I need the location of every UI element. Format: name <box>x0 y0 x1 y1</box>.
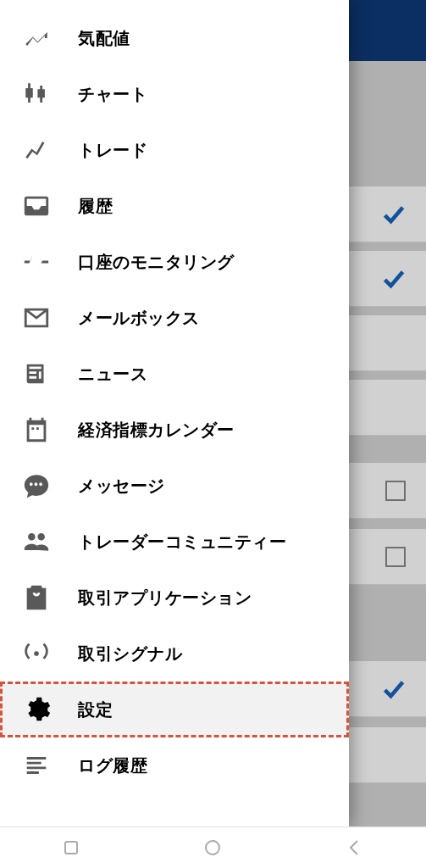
svg-rect-0 <box>65 842 77 854</box>
gear-icon <box>19 692 54 727</box>
inbox-icon <box>19 188 54 224</box>
menu-item-label: チャート <box>78 83 147 106</box>
menu-item-label: トレーダーコミュニティー <box>78 531 286 554</box>
menu-item-label: 取引アプリケーション <box>78 587 252 609</box>
menu-item-charts[interactable]: チャート <box>0 66 349 122</box>
menu-item-history[interactable]: 履歴 <box>0 178 349 234</box>
menu-item-label: 口座のモニタリング <box>78 251 235 274</box>
pulse-icon <box>19 244 54 280</box>
calendar-icon <box>19 412 54 448</box>
menu-item-mailbox[interactable]: メールボックス <box>0 290 349 346</box>
svg-point-1 <box>206 841 219 854</box>
newspaper-icon <box>19 356 54 392</box>
chat-icon <box>19 468 54 504</box>
community-icon <box>19 524 54 559</box>
system-navbar <box>0 826 426 868</box>
menu-item-calendar[interactable]: 経済指標カレンダー <box>0 402 349 458</box>
menu-item-label: 気配値 <box>78 27 130 50</box>
menu-item-label: 取引シグナル <box>78 643 182 665</box>
menu-item-label: ログ履歴 <box>78 754 147 777</box>
menu-item-label: 経済指標カレンダー <box>78 419 235 442</box>
trend-line-icon <box>19 132 54 168</box>
nav-back-button[interactable] <box>340 832 370 863</box>
menu-item-settings[interactable]: 設定 <box>0 682 349 737</box>
menu-item-journal[interactable]: ログ履歴 <box>0 737 349 793</box>
menu-item-label: トレード <box>78 139 147 162</box>
mail-icon <box>19 300 54 336</box>
menu-item-messages[interactable]: メッセージ <box>0 458 349 514</box>
menu-item-quotes[interactable]: 気配値 <box>0 10 349 66</box>
menu-item-label: 設定 <box>78 698 113 721</box>
menu-item-news[interactable]: ニュース <box>0 346 349 402</box>
nav-recent-button[interactable] <box>56 832 86 863</box>
signal-icon <box>19 636 54 671</box>
menu-item-label: 履歴 <box>78 195 113 218</box>
menu-item-label: メールボックス <box>78 307 200 330</box>
candlestick-icon <box>19 76 54 112</box>
arrow-trend-icon <box>19 20 54 56</box>
menu-item-apps[interactable]: 取引アプリケーション <box>0 570 349 626</box>
log-icon <box>19 748 54 783</box>
drawer-scrim[interactable] <box>349 0 426 827</box>
menu-item-label: ニュース <box>78 363 147 386</box>
navigation-drawer: 気配値 チャート トレード 履歴 口座のモニタリング <box>0 0 349 827</box>
shopping-bag-icon <box>19 580 54 615</box>
drawer-menu: 気配値 チャート トレード 履歴 口座のモニタリング <box>0 0 349 793</box>
menu-item-monitoring[interactable]: 口座のモニタリング <box>0 234 349 290</box>
nav-home-button[interactable] <box>197 832 228 863</box>
menu-item-community[interactable]: トレーダーコミュニティー <box>0 514 349 570</box>
menu-item-label: メッセージ <box>78 475 165 498</box>
menu-item-trade[interactable]: トレード <box>0 122 349 178</box>
menu-item-signals[interactable]: 取引シグナル <box>0 626 349 682</box>
